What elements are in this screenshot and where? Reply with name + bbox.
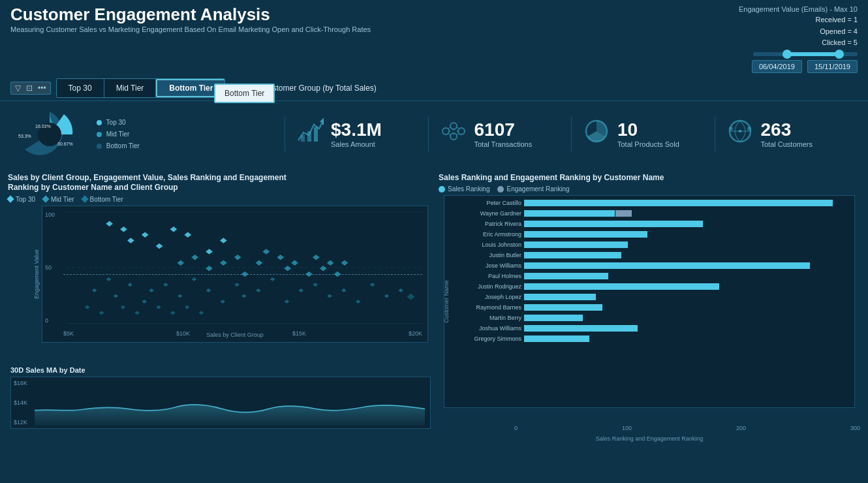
date-filters: 06/04/2019 15/11/2019 (752, 60, 858, 73)
bar-track-raymond (524, 304, 849, 311)
legend-top30-scatter: Top 30 (8, 196, 35, 203)
engagement-ranking-label: Engagement Ranking (506, 185, 569, 193)
filter-icon[interactable]: ▽ (14, 84, 22, 93)
svg-rect-44 (262, 249, 270, 255)
svg-rect-80 (120, 305, 125, 309)
svg-rect-6 (314, 127, 318, 142)
svg-rect-37 (177, 260, 184, 266)
svg-rect-59 (149, 288, 154, 292)
y-tick-100: 100 (45, 211, 55, 218)
bar-y-label: Customer Name (443, 280, 450, 323)
svg-rect-73 (341, 288, 347, 292)
page-title: Customer Engagement Analysis (10, 5, 371, 24)
svg-rect-36 (220, 238, 227, 243)
sales-bar-joshua (524, 325, 638, 332)
date-start-button[interactable]: 06/04/2019 (752, 60, 802, 73)
legend-midtier: Mid Tier (97, 129, 140, 140)
right-panel: Sales Ranking and Engagement Ranking by … (436, 173, 863, 442)
bottomtier-label: Bottom Tier (90, 196, 123, 203)
svg-rect-54 (92, 288, 97, 292)
sales-bar-raymond (524, 304, 602, 311)
engagement-slider[interactable] (753, 52, 858, 56)
scatter-chart: 100 50 0 (42, 206, 428, 343)
bar-name-joshua: Joshua Williams (450, 325, 521, 332)
main-content: Sales by Client Group, Engagement Value,… (0, 168, 868, 442)
svg-rect-50 (320, 266, 327, 272)
midtier-label: Mid Tier (51, 196, 74, 203)
svg-rect-71 (313, 283, 318, 287)
svg-rect-5 (307, 131, 311, 142)
svg-rect-52 (334, 272, 341, 277)
subtitle: Measuring Customer Sales vs Marketing En… (10, 25, 371, 33)
svg-rect-69 (285, 300, 290, 304)
midtier-diamond (42, 196, 49, 203)
svg-rect-57 (127, 283, 132, 287)
sales-bar-patrick (524, 221, 703, 227)
svg-rect-58 (142, 300, 147, 304)
svg-rect-77 (398, 288, 403, 292)
bar-name-patrick: Patrick Rivera (450, 221, 521, 227)
svg-rect-28 (106, 221, 113, 226)
bar-name-raymond: Raymond Barnes (450, 304, 521, 311)
header: Customer Engagement Analysis Measuring C… (0, 0, 868, 76)
svg-rect-38 (191, 255, 198, 260)
engagement-stats: Received = 1 Opened = 4 Clicked = 5 (815, 14, 858, 49)
sales-bar-eric (524, 231, 647, 238)
tab-top30[interactable]: Top 30 (57, 79, 104, 97)
bar-row-jose: Jose Williams (450, 262, 849, 269)
transactions-label: Total Transactions (474, 140, 533, 148)
bar-name-joseph: Joseph Lopez (450, 294, 521, 300)
svg-rect-67 (256, 288, 261, 292)
eng-bar-wayne (615, 210, 632, 217)
svg-rect-76 (384, 294, 390, 298)
svg-point-23 (729, 127, 733, 131)
kpi-customers: 263 Total Customers (715, 117, 858, 151)
bar-legend: Sales Ranking Engagement Ranking (436, 185, 863, 193)
svg-text:30.67%: 30.67% (57, 142, 73, 146)
svg-rect-81 (134, 311, 140, 315)
svg-rect-74 (356, 300, 361, 304)
scatter-svg (66, 211, 422, 324)
bar-track-paul (524, 273, 849, 279)
svg-rect-31 (170, 226, 177, 232)
bar-row-wayne: Wayne Gardner (450, 210, 849, 217)
bar-track-joshua (524, 325, 849, 332)
more-icon[interactable]: ••• (37, 84, 48, 93)
bar-row-joshua: Joshua Williams (450, 325, 849, 332)
kpi-transactions: 6107 Total Transactions (428, 117, 572, 151)
ma-chart-svg (35, 380, 425, 426)
bar-chart-rows: Peter Castillo Wayne Gardner Patric (450, 200, 849, 401)
focus-icon[interactable]: ⊡ (25, 84, 34, 93)
svg-rect-68 (270, 277, 275, 281)
clicked-stat: Clicked = 5 (815, 37, 858, 49)
x-tick-10k: $10K (176, 330, 190, 337)
svg-rect-75 (370, 283, 375, 287)
sales-bar-paul (524, 273, 608, 279)
date-end-button[interactable]: 15/11/2019 (807, 60, 858, 73)
tab-midtier[interactable]: Mid Tier (104, 79, 157, 97)
svg-rect-42 (241, 272, 249, 277)
svg-rect-72 (327, 294, 332, 298)
sales-ranking-label: Sales Ranking (448, 185, 489, 193)
sales-bar-justinr (524, 283, 719, 290)
received-stat: Received = 1 (815, 14, 858, 26)
sales-bar-martin (524, 315, 583, 321)
scatter-wrapper: 100 50 0 (39, 206, 431, 343)
ma-chart: $16K $14K $12K (10, 377, 431, 429)
svg-rect-65 (234, 283, 240, 287)
svg-rect-56 (114, 294, 119, 298)
bar-track-wayne (524, 210, 849, 217)
kpi-products-text: 10 Total Products Sold (617, 121, 679, 148)
svg-rect-78 (85, 305, 90, 309)
bar-track-peter (524, 200, 849, 206)
bar-track-justin (524, 252, 849, 258)
svg-rect-70 (298, 288, 303, 292)
kpi-bar: 16.03% 53.3% 30.67% Top 30 Mid Tier Bott… (0, 101, 868, 168)
dropdown-popup[interactable]: Bottom Tier (214, 84, 275, 103)
svg-rect-63 (206, 288, 211, 292)
bar-chart: Customer Name Peter Castillo Wayne Gardn… (444, 195, 855, 407)
bar-row-gregory: Gregory Simmons (450, 335, 849, 342)
filter-bar: ▽ ⊡ ••• Top 30 Mid Tier Bottom Tier Bott… (0, 76, 868, 101)
ma-y-14k: $14K (14, 399, 27, 406)
bar-row-louis: Louis Johnston (450, 242, 849, 248)
